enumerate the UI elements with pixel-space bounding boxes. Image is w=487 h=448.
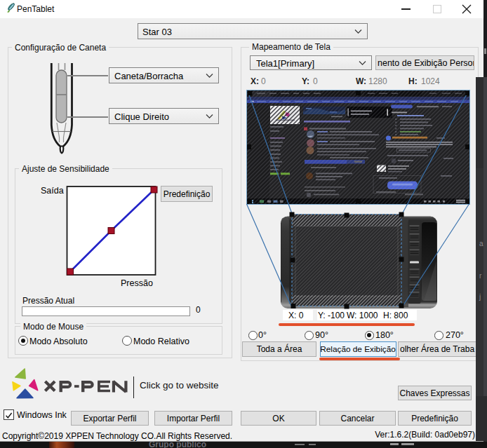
decor-group	[410, 277, 420, 283]
background-fragment	[483, 77, 487, 448]
connector-line-bottom	[67, 116, 108, 118]
rotation-270-radio[interactable]	[434, 331, 443, 340]
import-profile-button[interactable]: Importar Perfil	[154, 411, 232, 426]
maximize-icon	[433, 5, 441, 13]
sensitivity-group-title: Ajuste de Sensibilidade	[19, 164, 112, 174]
relative-mode-radio[interactable]	[122, 336, 132, 346]
windows-ink-checkbox[interactable]	[4, 409, 14, 420]
rotation-270-label[interactable]: 270°	[446, 330, 464, 340]
tablet-w-field[interactable]: W: 1000	[345, 310, 382, 320]
rotation-180-radio[interactable]	[365, 331, 374, 340]
tablet-y-field[interactable]: Y: -100	[317, 310, 345, 320]
screen-mapping-group-title: Mapeamento de Tela	[249, 42, 333, 52]
ok-button[interactable]: OK	[241, 411, 316, 426]
rotation-0-label[interactable]: 0°	[258, 330, 267, 340]
check-icon	[4, 411, 13, 420]
logo-divider	[133, 376, 134, 398]
current-pressure-label: Pressão Atual	[22, 296, 74, 306]
background-fragment	[49, 442, 74, 448]
relative-mode-label[interactable]: Modo Relativo	[133, 337, 189, 346]
preset-button[interactable]: Predefinição	[161, 186, 213, 202]
mapping-visual[interactable]	[241, 84, 479, 315]
screen-preview[interactable]	[247, 90, 470, 205]
tablet-y-value: Y: -100	[318, 311, 345, 320]
pen-app-icon	[5, 2, 17, 14]
copyright-text: Copyright©2019 XPPEN Technology CO.All R…	[2, 431, 232, 441]
background-fragment: r	[479, 272, 483, 280]
monitor-select-value: Tela1[Primary]	[256, 58, 314, 69]
absolute-mode-label[interactable]: Modo Absoluto	[29, 337, 88, 346]
annotation-underline-values	[279, 323, 415, 326]
tablet-h-field[interactable]: H: 800	[380, 310, 417, 320]
close-button[interactable]	[455, 1, 478, 17]
decor-group	[410, 233, 420, 240]
windows-ink-label[interactable]: Windows Ink	[17, 410, 67, 420]
decor-group	[410, 269, 420, 275]
background-fragment	[295, 444, 305, 445]
radio-dot	[367, 333, 371, 337]
mouse-mode-group-title: Modo de Mouse	[20, 322, 86, 332]
profile-select[interactable]: Star 03	[138, 23, 368, 39]
radio-dot	[21, 339, 25, 343]
connector-line-top	[67, 75, 108, 76]
pen-tip-function-select[interactable]: Caneta/Borracha	[109, 67, 219, 83]
version-text: Ver:1.6.2(Build: 0ad0eb97)	[375, 430, 475, 440]
pressure-value: 0	[196, 305, 201, 315]
close-icon	[462, 4, 472, 14]
express-keys-button[interactable]: Chaves Expressas	[398, 386, 472, 400]
background-fragment: a	[479, 240, 483, 248]
background-fragment	[390, 443, 399, 445]
chevron-down-icon	[206, 114, 213, 118]
decor-group	[410, 292, 420, 298]
pen-tip-function-value: Caneta/Borracha	[114, 71, 183, 81]
tablet-x-value: X: 0	[288, 311, 303, 320]
minimize-icon	[401, 8, 411, 10]
decor-group	[45, 381, 126, 392]
monitor-select[interactable]: Tela1[Primary]	[250, 55, 372, 70]
chevron-down-icon	[354, 29, 362, 34]
stylus-illustration	[42, 60, 77, 158]
background-right-top	[483, 0, 487, 77]
background-fragment: j	[479, 293, 483, 301]
tablet-w-value: W: 1000	[347, 311, 378, 320]
window-title: PenTablet	[17, 4, 54, 14]
export-profile-button[interactable]: Exportar Perfil	[71, 411, 149, 426]
absolute-mode-radio[interactable]	[18, 336, 28, 346]
tablet-h-value: H: 800	[383, 311, 408, 320]
decor-group	[410, 249, 420, 255]
custom-display-button[interactable]: nento de Exibição Person	[375, 55, 474, 70]
background-fragment	[309, 444, 316, 445]
xppen-wordmark: XP-PEN	[42, 377, 130, 395]
background-fragment	[484, 48, 487, 55]
work-area-button[interactable]: olher Área de Traba	[398, 341, 478, 357]
pentablet-window: PenTablet Star 03 Configuração de Caneta	[0, 0, 483, 442]
rotation-0-radio[interactable]	[248, 331, 258, 340]
custom-display-button-label: nento de Exibição Person	[378, 58, 474, 68]
background-fragment	[401, 443, 414, 445]
logo-tagline[interactable]: Click go to website	[140, 380, 219, 391]
pen-barrel-function-value: Clique Direito	[114, 111, 169, 122]
display-ratio-button[interactable]: Relação de Exibição	[320, 341, 396, 357]
chevron-down-icon	[206, 73, 213, 78]
tablet-x-field[interactable]: X: 0	[283, 310, 313, 320]
pressure-curve-chart[interactable]	[63, 182, 165, 280]
decor-group	[410, 225, 420, 231]
maximize-button[interactable]	[426, 1, 448, 17]
screenshot-root: PenTablet Star 03 Configuração de Caneta	[0, 0, 487, 448]
pressure-progress-bar	[22, 306, 190, 316]
profile-select-value: Star 03	[142, 27, 172, 37]
decor-group	[410, 241, 420, 247]
background-bottom-strip: Grupo público	[0, 442, 487, 448]
pen-config-group-title: Configuração de Caneta	[12, 43, 109, 53]
rotation-90-radio[interactable]	[305, 331, 314, 340]
curve-y-axis-label: Saída	[41, 186, 64, 196]
full-area-button[interactable]: Toda a Área	[242, 341, 316, 357]
tablet-active-area[interactable]	[292, 215, 401, 306]
xppen-logo-mark	[10, 366, 41, 401]
minimize-button[interactable]	[394, 1, 417, 17]
preset-default-button[interactable]: Predefinição	[398, 411, 472, 426]
pen-barrel-function-select[interactable]: Clique Direito	[109, 108, 219, 124]
cancel-button[interactable]: Cancelar	[319, 411, 396, 426]
rotation-90-label[interactable]: 90°	[315, 330, 328, 340]
rotation-180-label[interactable]: 180°	[375, 330, 394, 340]
